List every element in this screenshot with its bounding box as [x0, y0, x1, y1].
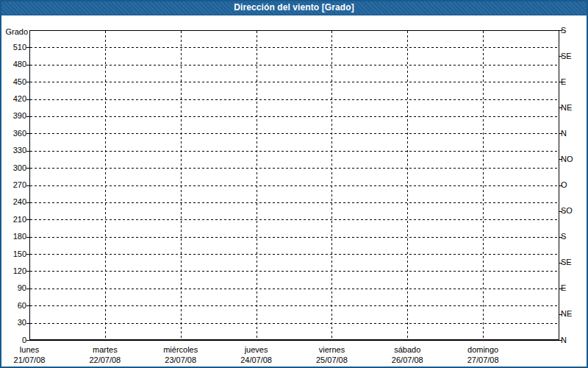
day-name: martes	[70, 344, 140, 355]
chart-title-bar: Dirección del viento [Grado]	[0, 0, 588, 15]
y-axis-tick-label: 120	[0, 266, 26, 276]
y-axis-tick-label: 360	[0, 129, 26, 138]
right-axis-label: SE	[561, 52, 572, 61]
right-axis-label: NO	[561, 155, 573, 164]
day-date: 21/07/08	[0, 355, 65, 365]
day-date: 25/07/08	[296, 355, 367, 365]
right-axis-label: SO	[561, 206, 573, 216]
day-date: 24/07/08	[221, 355, 292, 365]
right-axis-label: O	[561, 180, 567, 190]
chart-title: Dirección del viento [Grado]	[234, 2, 354, 13]
y-axis-tick-label: 210	[0, 215, 26, 224]
right-axis-label: N	[561, 129, 567, 138]
day-name: miércoles	[146, 344, 216, 355]
x-axis-day-label: sábado26/07/08	[372, 344, 442, 365]
y-axis-tick-label: 510	[0, 43, 26, 52]
y-axis-tick-label: 450	[0, 77, 26, 87]
y-axis-tick-label: 390	[0, 111, 26, 121]
y-axis-tick-label: 180	[0, 232, 26, 241]
x-axis-day-label: miércoles23/07/08	[146, 344, 216, 365]
day-name: jueves	[221, 344, 292, 355]
x-axis-day-label: viernes25/07/08	[296, 344, 367, 365]
day-date: 23/07/08	[146, 355, 216, 365]
day-name: viernes	[296, 344, 367, 355]
right-axis-label: N	[561, 336, 567, 345]
x-axis-day-label: domingo27/07/08	[448, 344, 518, 365]
y-axis-tick-label: 60	[0, 301, 26, 311]
right-axis-label: NE	[561, 103, 572, 113]
y-axis-tick-label: 30	[0, 318, 26, 328]
right-axis-label: S	[561, 26, 566, 35]
right-axis-label: E	[561, 77, 566, 87]
right-axis-label: NE	[561, 309, 572, 319]
y-axis-tick-label: 330	[0, 146, 26, 155]
x-axis-day-label: lunes21/07/08	[0, 344, 65, 365]
day-name: domingo	[448, 344, 518, 355]
plot-area	[0, 0, 588, 368]
day-date: 22/07/08	[70, 355, 140, 365]
day-name: sábado	[372, 344, 442, 355]
y-axis-tick-label: 420	[0, 94, 26, 104]
y-axis-tick-label: 90	[0, 283, 26, 293]
x-axis-day-label: martes22/07/08	[70, 344, 140, 365]
day-date: 26/07/08	[372, 355, 442, 365]
wind-direction-chart-window: Dirección del viento [Grado] Grado 51048…	[0, 0, 588, 368]
y-axis-title: Grado	[0, 27, 28, 36]
y-axis-tick-label: 150	[0, 250, 26, 259]
y-axis-tick-label: 240	[0, 197, 26, 207]
right-axis-label: E	[561, 283, 566, 293]
y-axis-tick-label: 480	[0, 60, 26, 69]
y-axis-tick-label: 270	[0, 180, 26, 190]
y-axis-tick-label: 300	[0, 163, 26, 173]
day-date: 27/07/08	[448, 355, 518, 365]
right-axis-label: SE	[561, 258, 572, 267]
x-axis-day-label: jueves24/07/08	[221, 344, 292, 365]
y-axis-tick-label: 0	[0, 336, 26, 345]
right-axis-label: S	[561, 232, 566, 241]
day-name: lunes	[0, 344, 65, 355]
